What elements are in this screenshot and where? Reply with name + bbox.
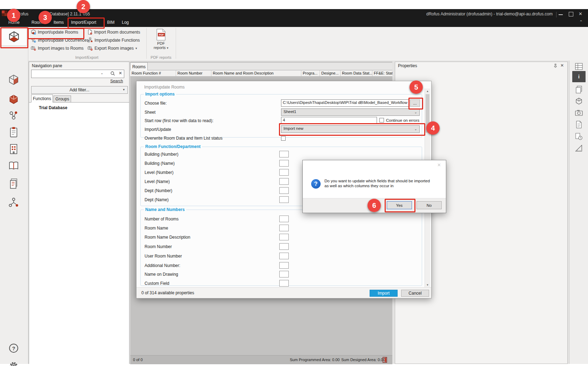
additional-number-input[interactable] — [279, 262, 289, 269]
level-number-input[interactable] — [279, 169, 289, 176]
no-button[interactable]: No — [416, 201, 442, 209]
sheet-select-chevron-icon: ⌄ — [414, 110, 417, 114]
org-chart-icon — [8, 197, 19, 208]
yes-button[interactable]: Yes — [387, 201, 412, 209]
choose-file-input[interactable]: C:\Users\DipeshThapa\Desktop\WIP\Trial d… — [281, 99, 409, 107]
user-room-number-input[interactable] — [279, 253, 289, 259]
pdf-reports-dropdown-icon: ▾ — [167, 46, 168, 50]
sidebar-item-products[interactable] — [1, 107, 26, 124]
sidebar-item-rooms[interactable] — [1, 28, 27, 46]
info-tool-button[interactable]: i — [572, 71, 586, 82]
number-of-rooms-input[interactable] — [279, 216, 289, 222]
measure-tool-button[interactable] — [574, 144, 583, 153]
sidebar-item-reports[interactable] — [1, 175, 26, 192]
building-number-input[interactable] — [279, 151, 289, 157]
import-button[interactable]: Import — [370, 290, 398, 297]
images-tool-button[interactable] — [574, 108, 583, 117]
ribbon-separator — [176, 28, 176, 59]
ribbon: Import/update Rooms Import/update Occurr… — [0, 27, 588, 61]
close-button[interactable]: ✕ — [579, 11, 582, 16]
settings-button[interactable] — [1, 357, 26, 366]
navigation-pane-title: Navigation pane — [32, 63, 62, 68]
functions-tree: Trial Database — [29, 102, 129, 364]
sidebar-item-systems[interactable] — [1, 140, 26, 158]
room-name-description-input[interactable] — [279, 234, 289, 240]
import-room-documents-button[interactable]: Import Room documents — [88, 29, 140, 35]
room-number-input[interactable] — [279, 243, 289, 250]
logged-in-user: dRofus Administrator (drofusadmin) - tri… — [426, 12, 553, 16]
import-update-functions-button[interactable]: Import/update Functions — [88, 37, 140, 43]
model-tool-button[interactable] — [574, 97, 583, 106]
sidebar-item-checklists[interactable] — [1, 124, 26, 141]
import-update-functions-icon — [88, 37, 93, 43]
search-dropdown-icon[interactable]: ⌄ — [100, 71, 103, 75]
scroll-down-icon[interactable]: ▾ — [425, 283, 430, 287]
sheet-select[interactable]: Sheet1 ⌄ — [281, 108, 420, 116]
column-room-number[interactable]: Room Number — [176, 70, 211, 76]
name-on-drawing-label: Name on Drawing — [145, 272, 178, 277]
tab-bim[interactable]: BIM — [107, 20, 114, 25]
cube-icon — [575, 97, 583, 105]
close-properties-icon[interactable]: ✕ — [560, 63, 564, 68]
copy-tool-button[interactable] — [574, 85, 583, 94]
confirm-close-icon[interactable]: ✕ — [437, 162, 441, 168]
cancel-button[interactable]: Cancel — [401, 290, 429, 297]
column-room-name[interactable]: Room Name and Room Description — [211, 70, 301, 76]
name-on-drawing-input[interactable] — [279, 271, 289, 277]
properties-grid-button[interactable] — [574, 62, 583, 71]
tab-log[interactable]: Log — [122, 20, 129, 25]
overwrite-checkbox[interactable] — [281, 136, 286, 141]
dept-number-input[interactable] — [279, 187, 289, 194]
dept-name-input[interactable] — [279, 196, 289, 203]
start-row-input[interactable]: 4 — [281, 117, 377, 124]
history-tool-button[interactable] — [574, 132, 583, 141]
svg-text:PDF: PDF — [159, 34, 164, 36]
nav-tab-functions[interactable]: Functions — [31, 94, 53, 103]
import-images-to-rooms-button[interactable]: Import images to Rooms — [31, 45, 84, 51]
search-link[interactable]: Search — [110, 79, 123, 83]
tree-root-node[interactable]: Trial Database — [39, 105, 67, 110]
add-filter-button[interactable]: Add filter... ▾ — [31, 86, 128, 94]
restore-button[interactable] — [569, 12, 573, 16]
number-of-rooms-label: Number of Rooms — [145, 217, 178, 221]
rooms-column-header: Room Function # Room Number Room Name an… — [130, 70, 392, 77]
import-update-occurrences-label: Import/update Occurrences — [38, 38, 89, 43]
import-update-mode-select[interactable]: Import new ⌄ — [281, 125, 420, 133]
pdf-reports-button[interactable]: PDF PDF reports ▾ — [148, 29, 174, 55]
browse-file-button[interactable]: ... — [410, 99, 420, 107]
building-name-input[interactable] — [279, 160, 289, 167]
documents-tool-button[interactable] — [574, 120, 583, 129]
import-update-rooms-button[interactable]: Import/update Rooms — [31, 29, 78, 35]
level-name-input[interactable] — [279, 178, 289, 185]
pdf-reports-label-line2: reports — [154, 45, 166, 50]
annotation-circle-5: 5 — [410, 80, 423, 94]
help-button[interactable]: ? — [1, 339, 26, 357]
sidebar-item-specifications[interactable] — [1, 157, 26, 175]
search-icon[interactable] — [110, 71, 115, 76]
tab-items[interactable]: Items — [54, 20, 64, 25]
room-name-input[interactable] — [279, 225, 289, 231]
yes-button-label: Yes — [396, 203, 403, 207]
export-room-images-button[interactable]: Export Room images ▾ — [88, 45, 137, 51]
sidebar-item-occurrences[interactable] — [1, 71, 26, 89]
pin-icon[interactable] — [553, 64, 558, 68]
column-room-data-status[interactable]: Room Data Stat... — [341, 70, 372, 76]
sidebar-item-organization[interactable] — [1, 194, 26, 211]
minimize-button[interactable] — [559, 14, 563, 15]
column-designed[interactable]: Designe... — [320, 70, 341, 76]
custom-field-input[interactable] — [279, 280, 289, 287]
continue-on-errors-checkbox[interactable] — [379, 118, 384, 122]
sidebar-item-items[interactable] — [1, 91, 26, 108]
import-update-occurrences-button[interactable]: Import/update Occurrences — [31, 37, 89, 43]
annotation-circle-1: 1 — [7, 9, 20, 22]
column-programmed[interactable]: Progra... — [301, 70, 320, 76]
column-room-function[interactable]: Room Function # — [130, 70, 176, 76]
rooms-tab[interactable]: Rooms — [130, 62, 148, 71]
nav-tab-groups[interactable]: Groups — [54, 96, 71, 103]
import-images-icon — [31, 45, 36, 51]
column-ffe-status[interactable]: FF&E: Status — [372, 70, 392, 76]
scroll-up-icon[interactable]: ▴ — [425, 89, 430, 93]
collapse-ribbon-icon[interactable]: ⌃ — [579, 20, 583, 24]
clear-search-icon[interactable]: ✕ — [119, 71, 122, 76]
tab-import-export[interactable]: Import/Export — [71, 20, 96, 25]
